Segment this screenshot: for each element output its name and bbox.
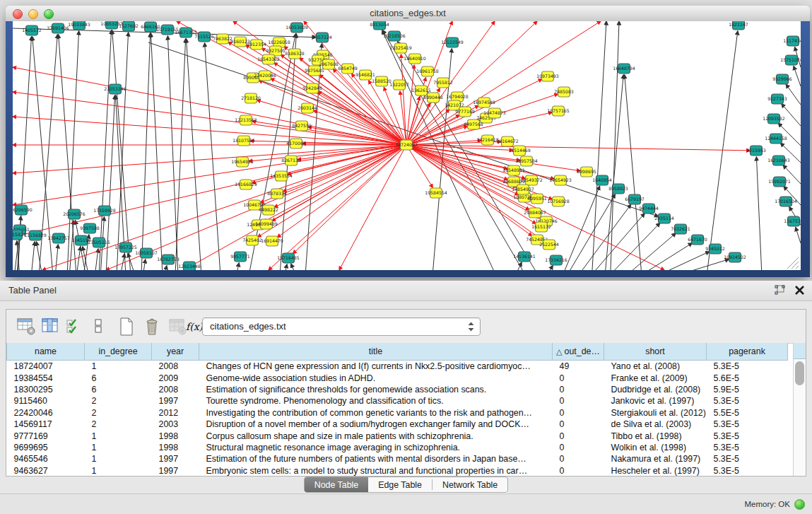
table-cell[interactable]: 2008 [152,361,199,373]
zoom-button[interactable] [44,9,54,19]
graph-node[interactable]: 18757165 [547,106,570,116]
graph-node[interactable]: 13216418 [476,135,499,145]
table-cell[interactable]: 19384554 [7,372,85,383]
column-header-year[interactable]: year [152,343,199,361]
table-cell[interactable]: 1 [85,465,152,476]
select-columns-button[interactable] [40,316,61,337]
table-cell[interactable]: 6 [85,384,152,395]
table-cell[interactable]: 9463627 [7,465,85,476]
table-cell[interactable]: de Silva et al. (2003) [604,419,707,430]
table-cell[interactable]: 5.3E-5 [707,419,788,430]
table-selector-dropdown[interactable]: citations_edges.txt [202,317,481,336]
table-row[interactable]: 1456911722003Disruption of a novel membe… [7,419,788,430]
graph-node[interactable]: 12213563 [235,115,257,125]
table-cell[interactable]: Estimation of significance thresholds fo… [199,384,553,395]
graph-node[interactable]: 20206576 [63,209,86,219]
table-cell[interactable]: 5.5E-5 [707,407,788,419]
graph-node[interactable]: 7425402 [242,235,262,245]
close-button[interactable] [13,9,23,19]
table-row[interactable]: 946554611997Estimation of the future num… [7,453,788,465]
table-cell[interactable]: 1997 [152,453,199,465]
window-titlebar[interactable]: citations_edges.txt [6,6,810,22]
graph-node[interactable]: 19033843 [68,21,90,30]
table-cell[interactable]: Wolkin et al. (1998) [604,442,707,453]
table-cell[interactable]: 0 [553,407,604,419]
table-scrollbar[interactable] [793,343,806,476]
graph-node[interactable]: 18640910 [404,54,426,64]
close-panel-icon[interactable] [794,285,805,296]
graph-node[interactable]: 9227343 [767,94,787,104]
table-cell[interactable]: 2 [85,395,152,407]
table-row[interactable]: 1872400712008Changes of HCN gene express… [7,361,788,373]
table-cell[interactable]: 9465546 [7,453,85,465]
table-cell[interactable]: Changes of HCN gene expression and I(f) … [199,361,553,373]
graph-node[interactable]: 1117434 [783,36,801,46]
graph-node[interactable]: 8267130 [281,156,301,165]
tab-network-table[interactable]: Network Table [433,477,507,492]
float-panel-icon[interactable] [774,284,786,296]
table-cell[interactable]: 1998 [152,430,199,441]
table-cell[interactable]: Genome-wide association studies in ADHD. [199,372,553,383]
graph-node[interactable]: 10164672 [496,136,519,146]
table-cell[interactable]: 9115460 [7,395,85,407]
graph-node[interactable]: 1167532 [784,216,801,226]
resize-grip[interactable] [787,257,799,269]
table-cell[interactable]: Tourette syndrome. Phenomenology and cla… [199,395,553,407]
table-row[interactable]: 2242004622012Investigating the contribut… [7,407,788,419]
table-cell[interactable]: 5.3E-5 [707,430,788,441]
table-mode-button[interactable] [16,316,37,337]
table-cell[interactable]: Disruption of a novel member of a sodium… [199,419,553,430]
table-cell[interactable]: Jankovic et al. (1997) [604,395,707,407]
graph-node[interactable]: 12093582 [763,114,785,124]
table-cell[interactable]: 9777169 [7,430,85,441]
graph-node[interactable]: 1405572 [22,25,42,35]
graph-node[interactable]: 7485083 [554,87,574,97]
table-cell[interactable]: 0 [553,453,604,465]
column-header-title[interactable]: title [199,343,553,361]
graph-node[interactable]: 8878334 [267,189,287,199]
graph-node[interactable]: 12122549 [441,37,464,47]
table-row[interactable]: 911546021997Tourette syndrome. Phenomeno… [7,395,788,407]
graph-node[interactable]: 9474444 [639,204,659,214]
graph-node[interactable]: 1588520 [372,76,392,86]
graph-node[interactable]: 19584554 [425,188,447,198]
graph-node[interactable]: 8427552 [292,121,312,131]
graph-node[interactable]: 8958923 [608,184,628,194]
graph-node[interactable]: 17359928 [93,206,116,216]
graph-node[interactable]: 2718120 [241,93,261,103]
graph-node[interactable]: 17334216 [545,255,567,265]
table-cell[interactable]: 0 [553,395,604,407]
graph-node[interactable]: 19654915 [231,157,254,167]
graph-node[interactable]: 1821147 [729,21,748,30]
table-cell[interactable]: 2 [85,407,152,419]
table-cell[interactable]: Franke et al. (2009) [604,372,707,383]
column-header-short[interactable]: short [604,343,707,361]
table-cell[interactable]: 0 [553,419,604,430]
table-cell[interactable]: Tibbo et al. (1998) [604,430,707,441]
table-cell[interactable]: Investigating the contribution of common… [199,407,553,419]
graph-node[interactable]: 7632621 [671,224,690,234]
graph-node[interactable]: 6471670 [688,235,707,245]
table-cell[interactable]: 1997 [152,395,199,407]
column-header-in_degree[interactable]: in_degree [85,343,152,361]
table-cell[interactable]: 18300295 [7,384,85,395]
graph-node[interactable]: 8813054 [370,21,389,30]
tab-edge-table[interactable]: Edge Table [368,477,432,492]
table-row[interactable]: 1830029562008Estimation of significance … [7,384,788,395]
graph-node[interactable]: 8898695 [577,167,596,177]
graph-node[interactable]: 8454749 [338,64,358,74]
table-cell[interactable]: Structural magnetic resonance image aver… [199,442,553,453]
table-cell[interactable]: Embryonic stem cells: a model to study s… [199,465,553,476]
new-column-button[interactable] [117,316,138,337]
table-cell[interactable]: Stergiakouli et al. (2012) [604,407,707,419]
table-cell[interactable]: 2009 [152,372,199,383]
table-cell[interactable]: 2008 [152,384,199,395]
table-cell[interactable]: 0 [553,465,604,476]
column-header-out_de[interactable]: △out_de… [553,343,604,361]
graph-node[interactable]: 12444158 [765,134,787,144]
table-cell[interactable]: 0 [553,442,604,453]
scrollbar-thumb[interactable] [795,361,804,385]
table-cell[interactable]: 14569117 [7,419,85,430]
network-graph[interactable]: 1872400774638229160123891235418226058932… [13,21,801,270]
graph-node[interactable]: 8186328 [285,49,305,59]
